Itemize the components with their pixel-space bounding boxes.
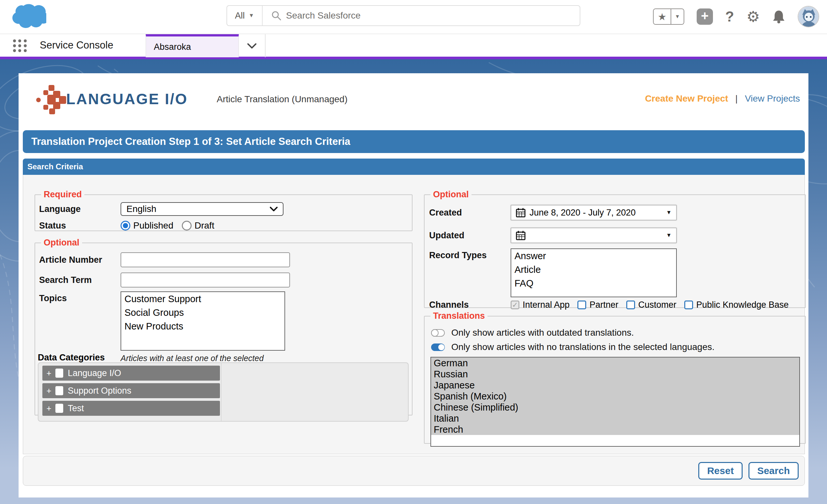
language-option[interactable]: Italian <box>431 413 799 424</box>
channel-label: Internal App <box>523 300 570 310</box>
channel-checkbox-partner[interactable] <box>577 300 586 309</box>
data-categories-groups: + Language I/O + Support Options + <box>39 363 221 421</box>
category-checkbox[interactable] <box>55 369 63 378</box>
channel-label: Partner <box>589 300 619 310</box>
language-option[interactable]: Chinese (Simplified) <box>431 402 799 413</box>
expand-plus-icon[interactable]: + <box>42 368 55 378</box>
select-chevron-icon <box>270 207 278 211</box>
app-name: Service Console <box>40 39 113 51</box>
topic-option[interactable]: Social Groups <box>121 306 285 319</box>
status-draft-label: Draft <box>195 220 214 231</box>
search-term-label: Search Term <box>39 275 120 285</box>
favorite-star-icon[interactable]: ★ <box>654 9 671 24</box>
category-label: Support Options <box>68 386 131 396</box>
console-nav: Service Console Absaroka <box>0 34 827 57</box>
languageio-app-panel: LANGUAGE I/O Article Translation (Unmana… <box>18 73 809 498</box>
salesforce-logo-icon <box>7 3 46 30</box>
topics-listbox[interactable]: Customer Support Social Groups New Produ… <box>120 291 285 351</box>
app-header-row: LANGUAGE I/O Article Translation (Unmana… <box>18 73 809 125</box>
user-avatar[interactable] <box>798 6 819 27</box>
brand-purple-strip <box>0 57 827 59</box>
status-radio-draft[interactable] <box>182 221 192 230</box>
channel-checkbox-internal-app[interactable]: ✓ <box>510 300 520 309</box>
required-fieldset: Required Language English Status Publish… <box>35 189 412 231</box>
target-languages-listbox[interactable]: German Russian Japanese Spanish (Mexico)… <box>430 357 800 447</box>
channels-label: Channels <box>429 300 510 310</box>
languageio-logo-icon <box>36 85 66 115</box>
language-option[interactable]: German <box>431 357 799 369</box>
language-label: Language <box>39 204 120 214</box>
record-type-option[interactable]: Answer <box>511 249 676 263</box>
language-option[interactable]: French <box>431 424 799 435</box>
data-category-group-support-options[interactable]: + Support Options <box>42 383 220 398</box>
outdated-translations-toggle[interactable] <box>431 329 445 337</box>
search-term-input[interactable] <box>120 273 290 287</box>
workspace-tab-absaroka[interactable]: Absaroka <box>146 34 239 57</box>
link-separator: | <box>735 94 738 104</box>
chevron-down-icon: ▼ <box>249 12 254 19</box>
expand-plus-icon[interactable]: + <box>42 403 55 413</box>
view-projects-link[interactable]: View Projects <box>745 94 800 104</box>
search-criteria-header: Search Criteria <box>23 159 805 175</box>
setup-gear-icon[interactable]: ⚙ <box>746 8 760 25</box>
data-categories-label: Data Categories <box>38 353 105 363</box>
optional-left-fieldset: Optional Article Number Search Term Topi… <box>35 238 412 415</box>
category-checkbox[interactable] <box>55 404 63 413</box>
article-number-input[interactable] <box>120 252 290 267</box>
favorites-group: ★ ▼ <box>653 8 684 25</box>
notifications-bell-icon[interactable] <box>772 9 785 24</box>
created-daterange-select[interactable]: June 8, 2020 - July 7, 2020 ▼ <box>510 205 677 220</box>
tab-label: Absaroka <box>154 42 191 52</box>
data-category-group-languageio[interactable]: + Language I/O <box>42 366 220 381</box>
data-categories-detail-pane <box>221 363 408 421</box>
required-legend: Required <box>41 189 84 200</box>
created-label: Created <box>429 208 510 218</box>
language-option[interactable]: Russian <box>431 369 799 380</box>
create-new-project-link[interactable]: Create New Project <box>645 94 728 104</box>
dropdown-triangle-icon: ▼ <box>666 209 672 216</box>
channel-label: Public Knowledge Base <box>696 300 789 310</box>
help-icon[interactable]: ? <box>725 8 734 25</box>
category-label: Language I/O <box>68 368 121 378</box>
header-links: Create New Project | View Projects <box>645 94 800 104</box>
quick-create-icon[interactable]: + <box>697 8 713 25</box>
global-header: All ▼ ★ ▼ + ? ⚙ <box>0 0 827 34</box>
category-checkbox[interactable] <box>55 386 63 395</box>
search-button[interactable]: Search <box>748 462 799 480</box>
language-option[interactable]: Japanese <box>431 380 799 391</box>
topic-option[interactable]: New Products <box>121 319 285 333</box>
search-icon <box>271 10 282 21</box>
record-types-listbox[interactable]: Answer Article FAQ <box>510 248 677 297</box>
chevron-down-icon <box>247 43 257 49</box>
updated-daterange-select[interactable]: ▼ <box>510 228 677 243</box>
search-scope-dropdown[interactable]: All ▼ <box>227 6 262 25</box>
reset-button[interactable]: Reset <box>698 462 743 480</box>
favorites-caret-icon[interactable]: ▼ <box>671 9 684 24</box>
global-search: All ▼ <box>227 5 580 26</box>
search-input[interactable] <box>286 10 580 21</box>
data-category-group-test[interactable]: + Test <box>42 401 220 416</box>
header-icons: ★ ▼ + ? ⚙ <box>653 5 819 29</box>
app-launcher-icon[interactable] <box>13 39 28 52</box>
expand-plus-icon[interactable]: + <box>42 386 55 396</box>
topic-option[interactable]: Customer Support <box>121 292 285 306</box>
status-label: Status <box>39 221 120 231</box>
channel-checkbox-customer[interactable] <box>626 300 635 309</box>
language-option[interactable]: Spanish (Mexico) <box>431 391 799 402</box>
status-published-label: Published <box>133 220 173 231</box>
language-value: English <box>127 204 270 214</box>
topics-label: Topics <box>39 291 120 303</box>
translations-legend: Translations <box>430 311 487 321</box>
record-type-option[interactable]: FAQ <box>511 276 676 290</box>
status-radio-published[interactable] <box>120 221 130 230</box>
no-translations-toggle[interactable] <box>431 343 445 351</box>
record-type-option[interactable]: Article <box>511 263 676 276</box>
language-select[interactable]: English <box>120 202 284 216</box>
tab-chevron-button[interactable] <box>239 34 265 57</box>
calendar-icon <box>516 208 526 218</box>
channel-label: Customer <box>638 300 676 310</box>
action-button-bar: Reset Search <box>23 456 805 486</box>
no-translations-label: Only show articles with no translations … <box>451 342 715 352</box>
category-label: Test <box>68 403 84 413</box>
channel-checkbox-public-knowledge-base[interactable] <box>684 300 693 309</box>
